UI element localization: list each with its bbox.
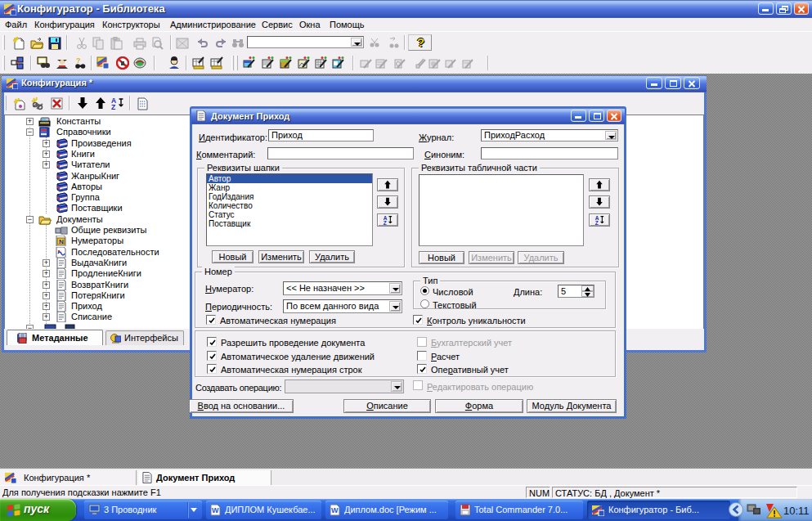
- svg-text:Z: Z: [111, 103, 115, 110]
- svg-text:Z: Z: [594, 220, 598, 226]
- svg-text:Z: Z: [383, 220, 386, 226]
- svg-text:N: N: [59, 238, 64, 245]
- svg-text:W: W: [331, 506, 339, 514]
- svg-text:W: W: [212, 506, 219, 514]
- svg-text:?: ?: [76, 56, 81, 65]
